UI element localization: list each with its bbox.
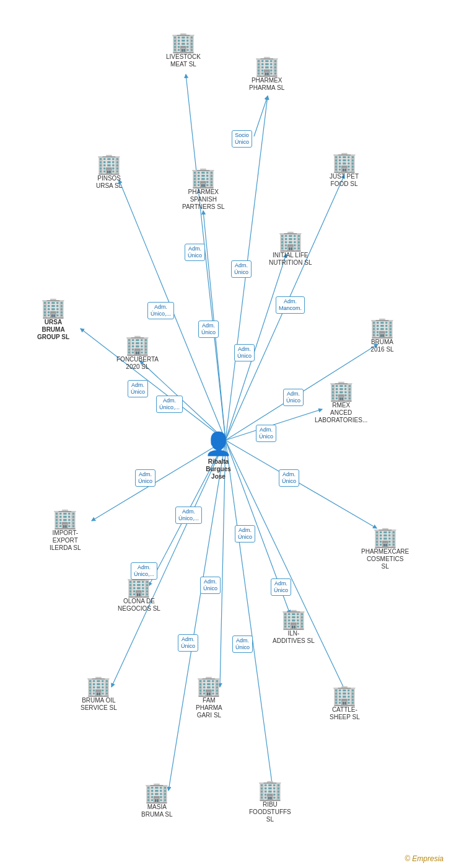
node-initial-life[interactable]: 🏢 INITIAL LIFENUTRITION SL <box>269 231 312 267</box>
badge-adm-unico-pl4[interactable]: Adm.Único,... <box>131 562 157 580</box>
node-ursa-bruma[interactable]: 🏢 URSABRUMAGROUP SL <box>37 298 69 341</box>
label-ursa-bruma: URSABRUMAGROUP SL <box>37 319 69 341</box>
node-masia-bruma[interactable]: 🏢 MASIABRUMA SL <box>141 782 173 818</box>
node-iln-additives[interactable]: 🏢 ILN-ADDITIVES SL <box>273 609 315 645</box>
badge-label-adm1: Adm.Único <box>185 244 205 261</box>
badge-label-adm5: Adm.Único <box>128 380 148 397</box>
label-pharmex-pharma: PHARMEXPHARMA SL <box>249 77 284 92</box>
node-olona[interactable]: 🏢 OLONA DENEGOCIOS SL <box>118 577 160 613</box>
badge-label-adm3: Adm.Único <box>234 344 255 361</box>
node-pharmexcare[interactable]: 🏢 PHARMEXCARECOSMETICSSL <box>361 527 409 570</box>
label-import-export: IMPORT-EXPORTILERDA SL <box>50 529 81 552</box>
svg-line-18 <box>226 440 273 787</box>
badge-label-adm7: Adm.Único <box>256 425 276 442</box>
badge-label-adm6: Adm.Único <box>283 389 304 406</box>
node-pinsos-ursa[interactable]: 🏢 PINSOSURSA SL <box>96 154 122 190</box>
badge-adm1[interactable]: Adm.Único <box>185 244 205 261</box>
label-bruma-oil: BRUMA OILSERVICE SL <box>81 697 117 712</box>
label-pharmex-spanish: PHARMEXSPANISHPARTNERS SL <box>182 188 225 211</box>
badge-label-adm-pl3: Adm.Único,... <box>175 507 202 524</box>
badge-adm12[interactable]: Adm.Único <box>271 578 291 596</box>
label-cattle-sheep: CATTLE-SHEEP SL <box>330 706 360 721</box>
badge-label-socio: SocioÚnico <box>232 130 252 148</box>
badge-label-adm-mancom: Adm.Mancom. <box>276 296 305 314</box>
node-rmex-anced[interactable]: 🏢 RMEXANCEDLABORATORIES... <box>315 381 367 424</box>
watermark: © Empresia <box>405 854 444 863</box>
badge-label-adm-pl1: Adm.Único,... <box>147 302 174 319</box>
node-just-pet-food[interactable]: 🏢 JUST PETFOOD SL <box>330 152 359 188</box>
node-cattle-sheep[interactable]: 🏢 CATTLE-SHEEP SL <box>330 685 360 721</box>
person-icon: 👤 <box>204 431 232 457</box>
badge-adm5[interactable]: Adm.Único <box>128 380 148 397</box>
node-bruma-2016[interactable]: 🏢 BRUMA2016 SL <box>370 317 395 353</box>
badge-adm7[interactable]: Adm.Único <box>256 425 276 442</box>
badge-label-adm2: Adm.Único <box>231 260 252 278</box>
badge-adm-unico-pl2[interactable]: Adm.Único,... <box>156 396 183 413</box>
label-livestock: LIVESTOCKMEAT SL <box>166 53 201 68</box>
badge-adm-unico-pl1[interactable]: Adm.Único,... <box>147 302 174 319</box>
badge-label-adm12: Adm.Único <box>271 578 291 596</box>
node-pharmex-spanish[interactable]: 🏢 PHARMEXSPANISHPARTNERS SL <box>182 167 225 211</box>
badge-adm14[interactable]: Adm.Único <box>232 636 253 653</box>
diagram-container: 👤 Ribalta Burgues Jose 🏢 LIVESTOCKMEAT S… <box>0 0 451 868</box>
badge-adm8[interactable]: Adm.Único <box>135 469 155 487</box>
badge-label-adm-pl2: Adm.Único,... <box>156 396 183 413</box>
node-fam-pharma[interactable]: 🏢 FAMPHARMAGARI SL <box>196 676 222 719</box>
badge-label-adm13: Adm.Único <box>178 634 198 652</box>
node-livestock[interactable]: 🏢 LIVESTOCKMEAT SL <box>166 32 201 68</box>
badge-adm-unico-pl3[interactable]: Adm.Único,... <box>175 507 202 524</box>
badge-adm9[interactable]: Adm.Único <box>279 469 299 487</box>
badge-label-adm9: Adm.Único <box>279 469 299 487</box>
label-initial-life: INITIAL LIFENUTRITION SL <box>269 252 312 267</box>
svg-line-19 <box>254 96 268 136</box>
label-ribu-foodstuffs: RIBUFOODSTUFFSSL <box>249 801 291 823</box>
badge-adm13[interactable]: Adm.Único <box>178 634 198 652</box>
label-iln-additives: ILN-ADDITIVES SL <box>273 630 315 645</box>
svg-line-12 <box>226 440 377 528</box>
center-person[interactable]: 👤 Ribalta Burgues Jose <box>204 431 232 480</box>
badge-socio-unico[interactable]: SocioÚnico <box>232 130 252 148</box>
label-fam-pharma: FAMPHARMAGARI SL <box>196 697 222 719</box>
svg-line-17 <box>169 440 226 790</box>
badge-adm11[interactable]: Adm.Único <box>200 577 221 594</box>
badge-adm6[interactable]: Adm.Único <box>283 389 304 406</box>
label-bruma-2016: BRUMA2016 SL <box>370 339 393 353</box>
node-bruma-oil[interactable]: 🏢 BRUMA OILSERVICE SL <box>81 676 117 712</box>
label-just-pet-food: JUST PETFOOD SL <box>330 173 359 188</box>
label-rmex-anced: RMEXANCEDLABORATORIES... <box>315 402 367 424</box>
label-olona: OLONA DENEGOCIOS SL <box>118 598 160 613</box>
node-pharmex-pharma[interactable]: 🏢 PHARMEXPHARMA SL <box>249 56 284 92</box>
label-masia-bruma: MASIABRUMA SL <box>141 804 173 818</box>
badge-label-adm8: Adm.Único <box>135 469 155 487</box>
badge-label-adm14: Adm.Único <box>232 636 253 653</box>
badge-label-adm11: Adm.Único <box>200 577 221 594</box>
badge-adm-mancom[interactable]: Adm.Mancom. <box>276 296 305 314</box>
badge-label-adm10: Adm.Único <box>235 525 255 542</box>
node-foncuberta[interactable]: 🏢 FONCUBERTA2020 SL <box>116 335 159 371</box>
badge-label-adm-pl4: Adm.Único,... <box>131 562 157 580</box>
badge-adm4[interactable]: Adm.Único <box>198 321 219 338</box>
badge-label-adm4: Adm.Único <box>198 321 219 338</box>
label-pharmexcare: PHARMEXCARECOSMETICSSL <box>361 548 409 570</box>
label-pinsos-ursa: PINSOSURSA SL <box>96 175 122 190</box>
label-foncuberta: FONCUBERTA2020 SL <box>116 356 159 371</box>
node-ribu-foodstuffs[interactable]: 🏢 RIBUFOODSTUFFSSL <box>249 780 291 823</box>
node-import-export[interactable]: 🏢 IMPORT-EXPORTILERDA SL <box>50 508 81 552</box>
badge-adm10[interactable]: Adm.Único <box>235 525 255 542</box>
badge-adm2[interactable]: Adm.Único <box>231 260 252 278</box>
badge-adm3[interactable]: Adm.Único <box>234 344 255 361</box>
center-label: Ribalta Burgues Jose <box>206 458 231 480</box>
